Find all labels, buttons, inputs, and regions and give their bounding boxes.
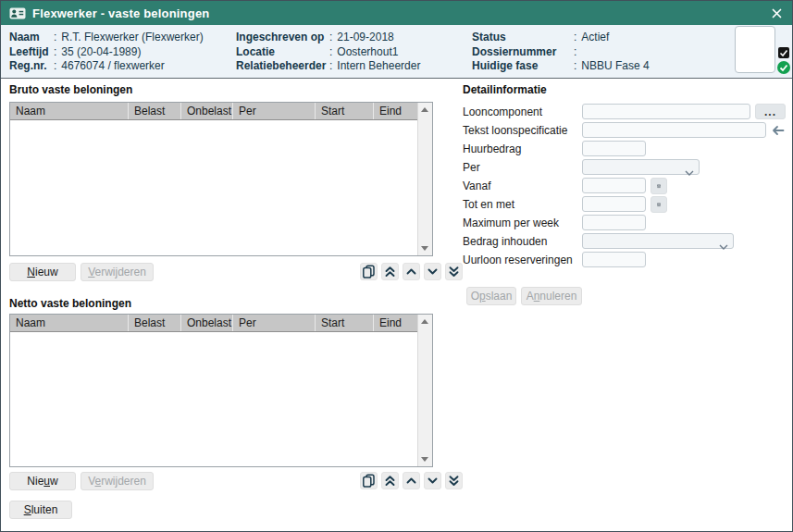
sluiten-button[interactable]: Sluiten	[9, 501, 72, 519]
looncomponent-input[interactable]	[582, 104, 750, 119]
netto-scrollbar[interactable]	[417, 315, 432, 466]
move-bottom-icon[interactable]	[445, 472, 463, 489]
field-row-huurbedrag: Huurbedrag	[463, 141, 792, 159]
column-header-belast[interactable]: Belast	[129, 103, 181, 119]
copy-icon[interactable]	[360, 263, 378, 280]
checkbox-checked-icon[interactable]	[778, 47, 789, 58]
bruto-row-tools	[360, 263, 463, 280]
column-header-eind[interactable]: Eind	[374, 103, 418, 119]
scroll-up-icon[interactable]	[421, 107, 428, 112]
bruto-verwijderen-button[interactable]: Verwijderen	[81, 263, 154, 281]
maximum-per-week-input[interactable]	[582, 215, 646, 230]
move-up-icon[interactable]	[403, 263, 420, 280]
close-icon[interactable]	[770, 6, 784, 20]
detail-section-title: Detailinformatie	[463, 83, 547, 96]
huurbedrag-input[interactable]	[582, 141, 646, 156]
move-bottom-icon[interactable]	[445, 263, 463, 280]
field-row-maximum-per-week: Maximum per week	[463, 215, 792, 233]
info-field-leeftijd: Leeftijd:35 (20-04-1989)	[9, 45, 204, 60]
column-header-per[interactable]: Per	[233, 103, 316, 119]
column-header-eind[interactable]: Eind	[374, 315, 418, 331]
move-top-icon[interactable]	[381, 472, 399, 489]
move-up-icon[interactable]	[403, 472, 420, 489]
employee-info-header: Naam:R.T. Flexwerker (Flexwerker) Leefti…	[1, 25, 792, 79]
info-field-huidige-fase: Huidige fase:NBBU Fase 4	[472, 59, 650, 74]
field-row-bedrag-inhouden: Bedrag inhouden	[463, 233, 792, 252]
photo-placeholder	[735, 26, 775, 73]
window-title: Flexwerker - vaste beloningen	[32, 6, 209, 20]
scroll-down-icon[interactable]	[421, 246, 428, 251]
info-field-dossiernummer: Dossiernummer:	[472, 45, 650, 60]
back-arrow-icon[interactable]	[771, 125, 785, 136]
column-header-onbelast[interactable]: Onbelast	[181, 315, 233, 331]
bruto-nieuw-button[interactable]: Nieuw	[9, 263, 76, 281]
field-row-tot-en-met: Tot en met	[463, 196, 792, 215]
netto-table: Naam Belast Onbelast Per Start Eind	[9, 314, 433, 467]
netto-table-header: Naam Belast Onbelast Per Start Eind	[10, 315, 418, 332]
uurloon-reserveringen-input[interactable]	[582, 252, 646, 267]
info-field-relatiebeheerder: Relatiebeheerder:Intern Beheerder	[236, 59, 420, 74]
person-card-icon	[9, 7, 26, 19]
column-header-start[interactable]: Start	[316, 103, 374, 119]
per-select[interactable]	[582, 159, 700, 175]
field-row-per: Per	[463, 159, 792, 178]
column-header-naam[interactable]: Naam	[10, 315, 129, 331]
dialog-window: Flexwerker - vaste beloningen Naam:R.T. …	[0, 0, 793, 532]
opslaan-button[interactable]: Opslaan	[466, 287, 516, 305]
chevron-down-icon	[685, 166, 694, 179]
bruto-section-title: Bruto vaste beloningen	[9, 83, 132, 96]
copy-icon[interactable]	[360, 472, 378, 489]
annuleren-button[interactable]: Annuleren	[521, 287, 582, 305]
info-field-ingeschreven: Ingeschreven op:21-09-2018	[236, 31, 420, 45]
info-column-2: Ingeschreven op:21-09-2018 Locatie:Ooste…	[236, 31, 420, 74]
netto-section-title: Netto vaste beloningen	[9, 297, 131, 310]
info-field-locatie: Locatie:Oosterhout1	[236, 45, 420, 60]
vanaf-calendar-icon[interactable]	[651, 178, 667, 194]
field-row-vanaf: Vanaf	[463, 178, 792, 196]
bruto-table: Naam Belast Onbelast Per Start Eind	[9, 102, 433, 256]
column-header-naam[interactable]: Naam	[10, 103, 129, 119]
field-row-uurloon-reserveringen: Uurloon reserveringen	[463, 252, 792, 270]
netto-nieuw-button[interactable]: Nieuw	[9, 472, 76, 490]
tekst-loonspecificatie-input[interactable]	[582, 122, 766, 138]
scroll-up-icon[interactable]	[421, 319, 428, 324]
title-bar: Flexwerker - vaste beloningen	[1, 1, 792, 25]
tot-en-met-input[interactable]	[582, 196, 646, 212]
scroll-down-icon[interactable]	[421, 457, 428, 462]
netto-verwijderen-button[interactable]: Verwijderen	[81, 472, 154, 490]
move-down-icon[interactable]	[424, 263, 441, 280]
tot-en-met-calendar-icon[interactable]	[651, 196, 667, 213]
netto-row-tools	[360, 472, 463, 489]
netto-table-body[interactable]	[10, 332, 418, 466]
column-header-per[interactable]: Per	[233, 315, 316, 331]
bruto-table-body[interactable]	[10, 120, 418, 255]
bruto-scrollbar[interactable]	[417, 103, 432, 255]
move-down-icon[interactable]	[424, 472, 441, 489]
column-header-belast[interactable]: Belast	[129, 315, 181, 331]
info-column-3: Status:Actief Dossiernummer: Huidige fas…	[472, 31, 650, 74]
column-header-start[interactable]: Start	[316, 315, 374, 331]
chevron-down-icon	[719, 240, 728, 253]
info-column-1: Naam:R.T. Flexwerker (Flexwerker) Leefti…	[9, 31, 204, 74]
looncomponent-lookup-button[interactable]: ...	[755, 104, 786, 119]
vanaf-input[interactable]	[582, 178, 646, 193]
info-field-status: Status:Actief	[472, 31, 650, 45]
field-row-tekst-loonspecificatie: Tekst loonspecificatie	[463, 122, 792, 141]
move-top-icon[interactable]	[381, 263, 399, 280]
bruto-table-header: Naam Belast Onbelast Per Start Eind	[10, 103, 418, 120]
info-field-naam: Naam:R.T. Flexwerker (Flexwerker)	[9, 31, 204, 45]
info-field-regnr: Reg.nr.:4676074 / flexwerker	[9, 59, 204, 74]
bedrag-inhouden-select[interactable]	[582, 233, 734, 249]
success-check-icon	[777, 61, 790, 74]
field-row-looncomponent: Looncomponent ...	[463, 104, 792, 122]
column-header-onbelast[interactable]: Onbelast	[181, 103, 233, 119]
